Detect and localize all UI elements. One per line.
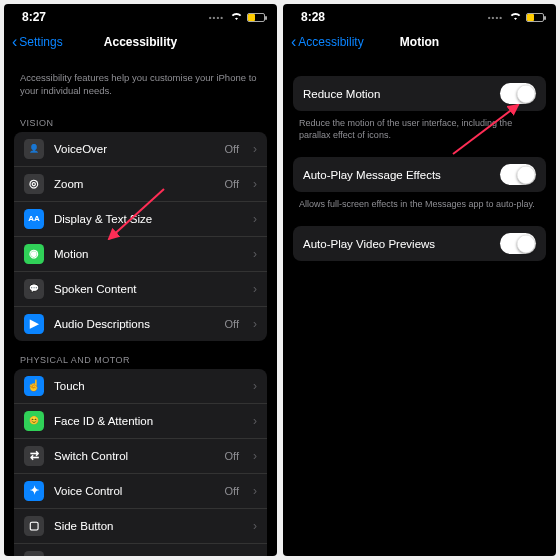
audio-descriptions-icon: ▶ — [24, 314, 44, 334]
list-vision: 👤VoiceOverOff›◎ZoomOff›AADisplay & Text … — [14, 132, 267, 341]
row-label: Side Button — [54, 520, 239, 532]
touch-icon: ☝ — [24, 376, 44, 396]
voiceover-icon: 👤 — [24, 139, 44, 159]
chevron-right-icon: › — [253, 282, 257, 296]
row-label: Voice Control — [54, 485, 215, 497]
section-header-vision: VISION — [4, 104, 277, 132]
toggle-knob — [517, 85, 535, 103]
row-face-id[interactable]: 😊Face ID & Attention› — [14, 404, 267, 439]
back-label: Settings — [19, 35, 62, 49]
row-display-text-size[interactable]: AADisplay & Text Size› — [14, 202, 267, 237]
group-note: Allows full-screen effects in the Messag… — [283, 192, 556, 210]
status-right: •••• — [209, 10, 265, 24]
toggle-group: Reduce Motion — [293, 76, 546, 111]
back-button[interactable]: ‹ Settings — [12, 34, 63, 50]
voice-control-icon: ✦ — [24, 481, 44, 501]
status-time: 8:27 — [22, 10, 46, 24]
face-id-icon: 😊 — [24, 411, 44, 431]
back-label: Accessibility — [298, 35, 363, 49]
row-switch-control[interactable]: ⇄Switch ControlOff› — [14, 439, 267, 474]
group-note: Reduce the motion of the user interface,… — [283, 111, 556, 141]
row-label: Zoom — [54, 178, 215, 190]
chevron-right-icon: › — [253, 554, 257, 556]
row-voice-control[interactable]: ✦Voice ControlOff› — [14, 474, 267, 509]
toggle-reduce-motion[interactable] — [500, 83, 536, 104]
row-apple-tv-remote[interactable]: ▭Apple TV Remote› — [14, 544, 267, 556]
toggle-knob — [517, 166, 535, 184]
chevron-right-icon: › — [253, 247, 257, 261]
chevron-left-icon: ‹ — [291, 34, 296, 50]
chevron-right-icon: › — [253, 177, 257, 191]
status-bar: 8:27 •••• — [4, 4, 277, 26]
nav-bar: ‹ Accessibility Motion — [283, 26, 556, 58]
motion-icon: ◉ — [24, 244, 44, 264]
page-title: Motion — [400, 35, 439, 49]
chevron-right-icon: › — [253, 379, 257, 393]
phone-motion: 8:28 •••• ‹ Accessibility Motion Reduce … — [283, 4, 556, 556]
signal-dots: •••• — [488, 13, 503, 22]
row-label: Spoken Content — [54, 283, 239, 295]
toggle-auto-play-message-effects[interactable] — [500, 164, 536, 185]
side-button-icon: ▢ — [24, 516, 44, 536]
battery-icon — [526, 13, 544, 22]
row-voiceover[interactable]: 👤VoiceOverOff› — [14, 132, 267, 167]
row-label: Audio Descriptions — [54, 318, 215, 330]
row-touch[interactable]: ☝Touch› — [14, 369, 267, 404]
toggle-auto-play-video-previews[interactable] — [500, 233, 536, 254]
chevron-right-icon: › — [253, 449, 257, 463]
nav-bar: ‹ Settings Accessibility — [4, 26, 277, 58]
wifi-icon — [509, 10, 522, 24]
list-physical: ☝Touch›😊Face ID & Attention›⇄Switch Cont… — [14, 369, 267, 556]
display-text-size-icon: AA — [24, 209, 44, 229]
row-auto-play-video-previews[interactable]: Auto-Play Video Previews — [293, 226, 546, 261]
chevron-right-icon: › — [253, 484, 257, 498]
row-value: Off — [225, 485, 239, 497]
row-reduce-motion[interactable]: Reduce Motion — [293, 76, 546, 111]
row-side-button[interactable]: ▢Side Button› — [14, 509, 267, 544]
wifi-icon — [230, 10, 243, 24]
page-title: Accessibility — [104, 35, 177, 49]
row-value: Off — [225, 178, 239, 190]
row-label: VoiceOver — [54, 143, 215, 155]
status-bar: 8:28 •••• — [283, 4, 556, 26]
row-value: Off — [225, 318, 239, 330]
row-label: Display & Text Size — [54, 213, 239, 225]
battery-icon — [247, 13, 265, 22]
chevron-left-icon: ‹ — [12, 34, 17, 50]
spoken-content-icon: 💬 — [24, 279, 44, 299]
row-value: Off — [225, 450, 239, 462]
row-zoom[interactable]: ◎ZoomOff› — [14, 167, 267, 202]
chevron-right-icon: › — [253, 142, 257, 156]
phone-accessibility: 8:27 •••• ‹ Settings Accessibility Acces… — [4, 4, 277, 556]
toggle-group: Auto-Play Message Effects — [293, 157, 546, 192]
intro-text: Accessibility features help you customis… — [4, 58, 277, 104]
chevron-right-icon: › — [253, 414, 257, 428]
status-time: 8:28 — [301, 10, 325, 24]
switch-control-icon: ⇄ — [24, 446, 44, 466]
row-label: Reduce Motion — [303, 88, 490, 100]
signal-dots: •••• — [209, 13, 224, 22]
row-label: Face ID & Attention — [54, 415, 239, 427]
row-auto-play-message-effects[interactable]: Auto-Play Message Effects — [293, 157, 546, 192]
chevron-right-icon: › — [253, 212, 257, 226]
chevron-right-icon: › — [253, 317, 257, 331]
row-label: Auto-Play Message Effects — [303, 169, 490, 181]
row-label: Touch — [54, 380, 239, 392]
toggle-knob — [517, 235, 535, 253]
row-label: Switch Control — [54, 450, 215, 462]
row-spoken-content[interactable]: 💬Spoken Content› — [14, 272, 267, 307]
row-motion[interactable]: ◉Motion› — [14, 237, 267, 272]
row-audio-descriptions[interactable]: ▶Audio DescriptionsOff› — [14, 307, 267, 341]
row-label: Apple TV Remote — [54, 555, 239, 556]
apple-tv-remote-icon: ▭ — [24, 551, 44, 556]
back-button[interactable]: ‹ Accessibility — [291, 34, 364, 50]
status-right: •••• — [488, 10, 544, 24]
zoom-icon: ◎ — [24, 174, 44, 194]
toggle-group: Auto-Play Video Previews — [293, 226, 546, 261]
row-value: Off — [225, 143, 239, 155]
row-label: Auto-Play Video Previews — [303, 238, 490, 250]
row-label: Motion — [54, 248, 239, 260]
chevron-right-icon: › — [253, 519, 257, 533]
section-header-physical: PHYSICAL AND MOTOR — [4, 341, 277, 369]
